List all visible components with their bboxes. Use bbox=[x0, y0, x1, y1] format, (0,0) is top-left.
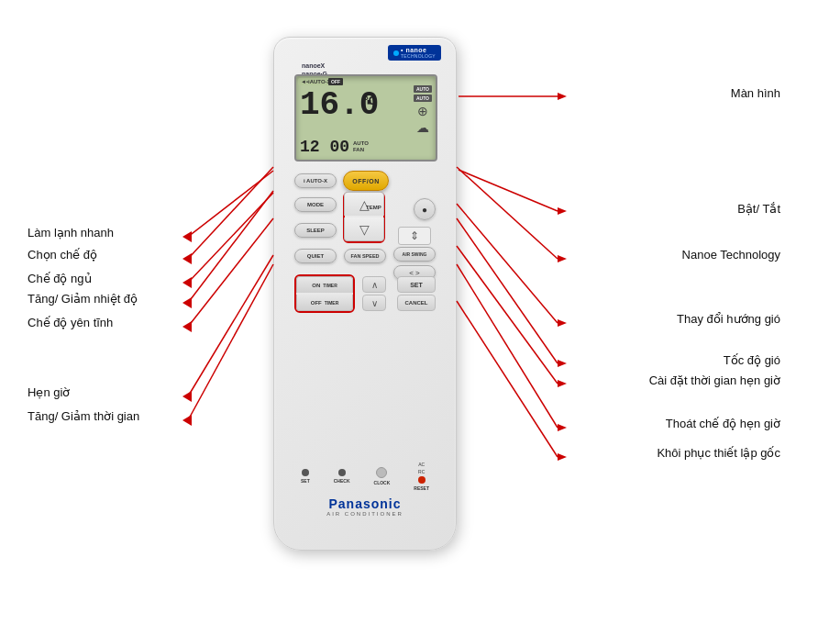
svg-marker-5 bbox=[182, 231, 192, 242]
svg-marker-19 bbox=[558, 360, 567, 367]
svg-line-26 bbox=[457, 264, 558, 428]
svg-line-8 bbox=[188, 193, 273, 283]
svg-line-2 bbox=[459, 170, 558, 211]
svg-line-16 bbox=[457, 204, 558, 323]
svg-marker-17 bbox=[558, 319, 567, 327]
svg-marker-3 bbox=[558, 207, 567, 215]
svg-marker-7 bbox=[182, 253, 192, 264]
svg-marker-21 bbox=[558, 380, 567, 387]
svg-marker-1 bbox=[558, 93, 567, 100]
svg-marker-13 bbox=[182, 321, 192, 332]
svg-line-10 bbox=[188, 191, 273, 303]
svg-marker-23 bbox=[182, 391, 192, 402]
svg-marker-27 bbox=[558, 424, 567, 431]
svg-marker-9 bbox=[182, 277, 192, 288]
svg-line-24 bbox=[188, 264, 273, 420]
svg-line-22 bbox=[188, 255, 273, 396]
svg-line-28 bbox=[457, 301, 558, 457]
svg-line-6 bbox=[188, 167, 273, 259]
svg-line-20 bbox=[457, 246, 558, 384]
svg-marker-25 bbox=[182, 415, 192, 426]
svg-marker-15 bbox=[558, 255, 567, 262]
svg-line-18 bbox=[457, 218, 558, 363]
annotation-lines bbox=[0, 0, 840, 624]
svg-line-14 bbox=[457, 167, 558, 259]
svg-line-12 bbox=[188, 218, 273, 327]
svg-marker-29 bbox=[558, 453, 567, 461]
svg-marker-11 bbox=[182, 297, 192, 308]
